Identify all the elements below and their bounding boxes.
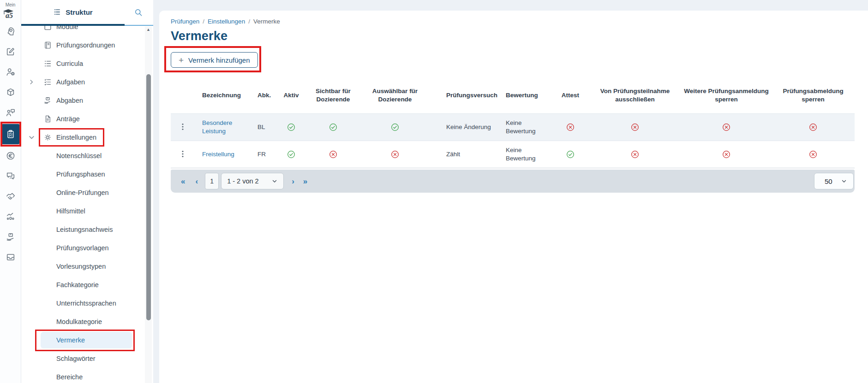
tasks-icon <box>43 78 52 87</box>
page-range-dropdown[interactable]: 1 - 2 von 2 <box>221 173 284 189</box>
rail-item-coaching[interactable] <box>0 21 21 41</box>
a5-logo-icon: a5 <box>2 7 19 19</box>
rail-item-messages[interactable] <box>0 166 21 186</box>
pagination-bar: « ‹ 1 1 - 2 von 2 › » 50 <box>171 170 855 193</box>
table-bottom-border <box>171 168 855 168</box>
delivery-icon <box>6 232 16 242</box>
page-range-label: 1 - 2 von 2 <box>227 177 259 185</box>
chevron-right-icon[interactable] <box>28 79 35 85</box>
active-rail-tile <box>2 124 19 144</box>
sidebar-item-bereiche[interactable]: Bereiche <box>21 368 153 383</box>
search-icon[interactable] <box>134 8 143 19</box>
breadcrumb-einstellungen[interactable]: Einstellungen <box>208 18 245 25</box>
sidebar-item-pruefungsvorlagen[interactable]: Prüfungsvorlagen <box>21 239 153 257</box>
cell-abk: BL <box>254 123 277 131</box>
row-link-bezeichnung[interactable]: Freistellung <box>195 150 254 159</box>
check-icon <box>305 123 361 131</box>
cross-icon <box>681 150 772 159</box>
sidebar-item-pruefungsordnungen[interactable]: Prüfungsordnungen <box>21 36 153 54</box>
row-menu-icon[interactable] <box>177 148 188 160</box>
rail-item-lectures[interactable] <box>0 102 21 123</box>
previous-page-button[interactable]: ‹ <box>195 177 198 185</box>
rail-item-exams[interactable] <box>0 123 21 146</box>
breadcrumb-separator: / <box>248 18 250 25</box>
sidebar-item-abgaben[interactable]: Abgaben <box>21 91 153 110</box>
last-page-button[interactable]: » <box>303 177 307 185</box>
chevron-down-icon <box>841 178 847 184</box>
column-header-bezeichnung: Bezeichnung <box>195 91 254 100</box>
rail-item-finance[interactable] <box>0 146 21 166</box>
sidebar-item-label: Modulkategorie <box>56 318 102 325</box>
rail-item-statistics[interactable] <box>0 206 21 227</box>
inbox-icon <box>6 252 16 262</box>
first-page-button[interactable]: « <box>181 177 185 185</box>
rail-item-inbox[interactable] <box>0 247 21 267</box>
user-gear-icon <box>6 67 16 77</box>
row-link-bezeichnung[interactable]: Besondere Leistung <box>195 119 254 136</box>
sidebar-scrollbar[interactable]: ▲ <box>145 26 152 383</box>
document-icon <box>43 115 52 124</box>
content-card: Prüfungen / Einstellungen / Vermerke Ver… <box>159 11 868 383</box>
svg-text:a5: a5 <box>6 12 13 19</box>
tab-struktur[interactable]: Struktur <box>21 0 125 26</box>
scroll-up-arrow-icon[interactable]: ▲ <box>146 27 150 32</box>
cross-icon <box>589 150 681 159</box>
sidebar-item-hilfsmittel[interactable]: Hilfsmittel <box>21 202 153 220</box>
sidebar-item-antraege[interactable]: Anträge <box>21 110 153 128</box>
rail-item-user-settings[interactable] <box>0 62 21 82</box>
column-header-pruefungsversuch: Prüfungsversuch <box>429 91 502 100</box>
scrollbar-thumb[interactable] <box>146 74 151 320</box>
sidebar-item-einstellungen[interactable]: Einstellungen <box>21 128 153 147</box>
cross-icon <box>305 150 361 159</box>
sidebar-item-label: Vorlesungstypen <box>56 263 106 270</box>
app-logo[interactable]: Mein a5 <box>0 0 21 21</box>
sidebar-item-label: Schlagwörter <box>56 355 96 362</box>
sidebar-item-label: Einstellungen <box>56 134 96 141</box>
next-page-button[interactable]: › <box>292 177 294 185</box>
sidebar-item-label: Prüfungsordnungen <box>56 41 115 49</box>
cross-icon <box>681 123 772 131</box>
logo-text-mein: Mein <box>0 2 21 7</box>
breadcrumb-vermerke: Vermerke <box>253 18 280 25</box>
rail-item-cooperation[interactable] <box>0 186 21 206</box>
course-box-icon <box>6 87 16 97</box>
page-size-value: 50 <box>825 177 832 185</box>
check-icon <box>277 123 305 131</box>
gear-icon <box>43 133 52 142</box>
app-icon-rail: Mein a5 <box>0 0 21 383</box>
rail-item-edit[interactable] <box>0 41 21 62</box>
sidebar-item-vorlesungstypen[interactable]: Vorlesungstypen <box>21 257 153 276</box>
sidebar-item-schlagwoerter[interactable]: Schlagwörter <box>21 349 153 368</box>
sidebar-item-modulkategorie[interactable]: Modulkategorie <box>21 312 153 331</box>
sidebar-item-vermerke[interactable]: Vermerke <box>21 331 153 349</box>
sidebar-item-fachkategorie[interactable]: Fachkategorie <box>21 276 153 294</box>
rail-item-courses[interactable] <box>0 82 21 102</box>
chat-icon <box>6 171 16 181</box>
breadcrumb-pruefungen[interactable]: Prüfungen <box>171 18 199 25</box>
cell-bewertung: Keine Bewertung <box>502 119 552 136</box>
column-header-abk: Abk. <box>254 91 277 100</box>
sidebar-item-notenschluessel[interactable]: Notenschlüssel <box>21 147 153 165</box>
stats-icon <box>6 212 16 222</box>
euro-icon <box>6 151 16 161</box>
add-vermerk-button[interactable]: + Vermerk hinzufügen <box>171 52 258 68</box>
sidebar-item-label: Leistungsnachweis <box>56 226 113 233</box>
rail-item-handover[interactable] <box>0 227 21 247</box>
row-menu-icon[interactable] <box>177 121 188 133</box>
sidebar-item-online-pruefungen[interactable]: Online-Prüfungen <box>21 183 153 202</box>
breadcrumb: Prüfungen / Einstellungen / Vermerke <box>171 11 868 25</box>
table-header-row: Bezeichnung Abk. Aktiv Sichtbar für Dozi… <box>171 77 855 113</box>
column-header-sichtbar: Sichtbar für Dozierende <box>305 87 361 104</box>
cross-icon <box>361 150 429 159</box>
sidebar-item-unterrichtssprachen[interactable]: Unterrichtssprachen <box>21 294 153 312</box>
cross-icon <box>772 150 855 159</box>
column-header-abmeldung: Prüfungsabmeldung sperren <box>772 87 855 104</box>
current-page-button[interactable]: 1 <box>205 173 219 189</box>
sidebar-item-aufgaben[interactable]: Aufgaben <box>21 73 153 91</box>
page-size-dropdown[interactable]: 50 <box>814 173 854 189</box>
sidebar-item-curricula[interactable]: Curricula <box>21 54 153 73</box>
sidebar-item-pruefungsphasen[interactable]: Prüfungsphasen <box>21 165 153 183</box>
sidebar-item-leistungsnachweis[interactable]: Leistungsnachweis <box>21 220 153 239</box>
add-vermerk-button-wrap: + Vermerk hinzufügen <box>171 52 258 68</box>
chevron-down-icon[interactable] <box>28 134 35 141</box>
